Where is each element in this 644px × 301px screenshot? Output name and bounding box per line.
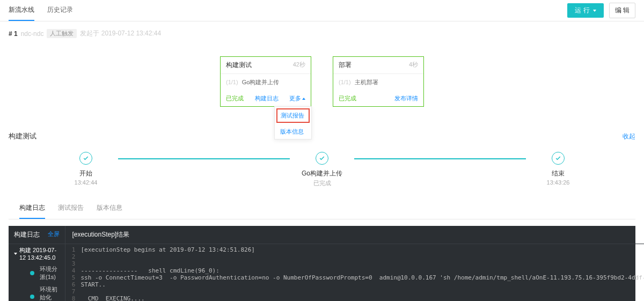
task-name: 主机部署: [355, 79, 378, 85]
triggered-at: 发起于 2019-07-12 13:42:44: [80, 29, 161, 38]
stage-card-build[interactable]: 构建测试 42秒 (1/1) Go构建并上传 已完成 构建日志 更多 测试报告 …: [220, 56, 311, 107]
more-menu-trigger[interactable]: 更多: [289, 94, 305, 102]
fullscreen-link[interactable]: 全屏: [48, 230, 60, 239]
timeline-node-start: 开始 13:42:44: [54, 152, 118, 186]
log-line: [executionStep begins at 2019-07-12 13:4…: [80, 246, 255, 253]
logtab-version[interactable]: 版本信息: [97, 198, 122, 219]
node-label: 开始: [79, 169, 92, 178]
logtab-build[interactable]: 构建日志: [19, 198, 45, 219]
deploy-detail-link[interactable]: 发布详情: [394, 94, 418, 102]
collapse-link[interactable]: 收起: [623, 132, 635, 141]
log-tabs: 构建日志 测试报告 版本信息: [9, 198, 635, 219]
section-title: 构建测试: [9, 131, 36, 141]
more-dropdown: 测试报告 版本信息: [274, 106, 312, 140]
task-name: Go构建并上传: [242, 79, 280, 85]
timeline-connector: [354, 158, 526, 159]
stage-duration: 42秒: [293, 61, 305, 70]
stage-duration: 4秒: [409, 61, 418, 70]
log-tree: 构建日志 全屏 构建 2019-07-12 13:42:45.0 环境分派(1s…: [9, 226, 65, 301]
top-tabs: 新流水线 历史记录 运 行 编 辑: [0, 0, 644, 21]
chevron-down-icon: [14, 253, 17, 255]
log-content: [executionStep]结果 1[executionStep begins…: [65, 226, 644, 301]
more-label: 更多: [289, 94, 301, 102]
line-num: 1: [65, 246, 80, 253]
stage-card-deploy[interactable]: 部署 4秒 (1/1) 主机部署 已完成 发布详情: [333, 56, 424, 107]
status-dot-icon: [30, 295, 34, 299]
line-num: 6: [65, 281, 80, 288]
run-button[interactable]: 运 行: [567, 3, 603, 18]
pipeline-name: ndc-ndc: [21, 30, 44, 38]
tree-root-label: 构建 2019-07-12 13:42:45.0: [19, 246, 60, 261]
status-done: 已完成: [226, 94, 244, 102]
log-line: START..: [80, 281, 105, 288]
check-icon: [552, 152, 565, 165]
tree-item-env-alloc[interactable]: 环境分派(1s): [9, 263, 65, 283]
line-num: 8: [65, 295, 80, 301]
run-meta: # 1 ndc-ndc 人工触发 发起于 2019-07-12 13:42:44: [0, 21, 644, 46]
log-panel: 构建日志 全屏 构建 2019-07-12 13:42:45.0 环境分派(1s…: [9, 226, 635, 301]
task-count: (1/1): [226, 79, 238, 85]
stage-title: 构建测试: [226, 61, 252, 70]
status-dot-icon: [30, 271, 34, 275]
timeline-node-end: 结束 13:43:26: [526, 152, 590, 186]
log-lines[interactable]: 1[executionStep begins at 2019-07-12 13:…: [65, 244, 644, 301]
log-line: ---------------- shell cmdLine(96_0):: [80, 267, 219, 274]
line-num: 5: [65, 274, 80, 281]
build-log-link[interactable]: 构建日志: [255, 94, 279, 102]
tree-label: 环境分派(1s): [40, 265, 60, 281]
tab-history[interactable]: 历史记录: [47, 0, 73, 21]
timeline-node-build: Go构建并上传 已完成: [290, 152, 354, 187]
tab-new-pipeline[interactable]: 新流水线: [9, 0, 34, 21]
run-label: 运 行: [575, 6, 589, 15]
stage-title: 部署: [339, 61, 352, 70]
node-time: 13:43:26: [547, 179, 570, 186]
node-label: 结束: [552, 169, 565, 178]
logtab-report[interactable]: 测试报告: [58, 198, 84, 219]
log-line: __CMD__EXECING....: [80, 295, 144, 301]
line-num: 4: [65, 267, 80, 274]
chevron-down-icon: [593, 10, 596, 12]
log-line: ssh -o ConnectTimeout=3 -o PasswordAuthe…: [80, 274, 644, 281]
tree-title: 构建日志: [14, 230, 40, 239]
stage-cards: 构建测试 42秒 (1/1) Go构建并上传 已完成 构建日志 更多 测试报告 …: [0, 46, 644, 123]
line-num: 2: [65, 253, 80, 260]
edit-button[interactable]: 编 辑: [609, 3, 635, 18]
line-num: 3: [65, 260, 80, 267]
line-num: 7: [65, 288, 80, 295]
run-number: # 1: [9, 30, 18, 38]
task-count: (1/1): [339, 79, 351, 85]
chevron-up-icon: [302, 98, 305, 100]
tree-label: 环境初始化(1s): [40, 285, 60, 301]
menu-version-info[interactable]: 版本信息: [275, 124, 311, 139]
tree-root[interactable]: 构建 2019-07-12 13:42:45.0: [9, 244, 65, 263]
check-icon: [79, 152, 92, 165]
node-status: 已完成: [313, 179, 331, 187]
log-content-title: [executionStep]结果: [65, 226, 644, 244]
node-time: 13:42:44: [75, 179, 98, 186]
menu-test-report[interactable]: 测试报告: [276, 108, 310, 123]
node-label: Go构建并上传: [302, 169, 342, 178]
check-icon: [316, 152, 328, 165]
timeline-connector: [118, 158, 290, 159]
trigger-badge: 人工触发: [47, 29, 77, 38]
timeline: 开始 13:42:44 Go构建并上传 已完成 结束 13:43:26: [0, 141, 644, 198]
tree-item-env-init[interactable]: 环境初始化(1s): [9, 283, 65, 301]
status-done: 已完成: [339, 94, 356, 102]
